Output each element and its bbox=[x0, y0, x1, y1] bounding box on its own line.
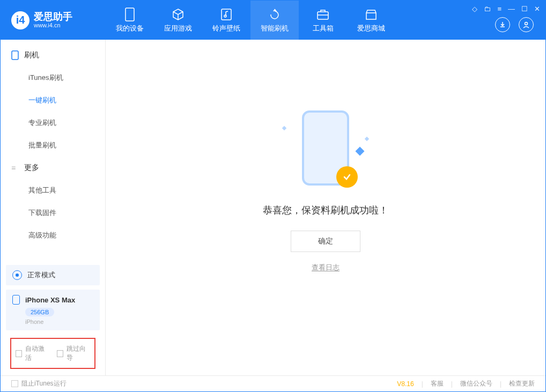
app-logo-icon: i4 bbox=[11, 11, 29, 29]
download-button[interactable] bbox=[495, 17, 510, 32]
footer-bar: 阻止iTunes运行 V8.16 | 客服 | 微信公众号 | 检查更新 bbox=[1, 375, 545, 391]
tab-toolbox[interactable]: 工具箱 bbox=[299, 1, 347, 40]
close-icon[interactable]: ✕ bbox=[534, 5, 540, 13]
toolbox-icon bbox=[316, 8, 330, 21]
title-bar-icons: ◇ 🗀 ≡ — ☐ ✕ bbox=[472, 5, 540, 13]
svg-point-6 bbox=[525, 23, 528, 25]
device-storage: 256GB bbox=[25, 308, 54, 316]
sidebar-item-batch-flash[interactable]: 批量刷机 bbox=[1, 134, 105, 157]
checkbox-label: 自动激活 bbox=[25, 344, 49, 363]
device-icon bbox=[12, 295, 20, 305]
ok-button[interactable]: 确定 bbox=[291, 231, 360, 252]
footer-link-service[interactable]: 客服 bbox=[431, 379, 444, 388]
checkbox-icon bbox=[11, 380, 18, 387]
sidebar-item-download-firmware[interactable]: 下载固件 bbox=[1, 202, 105, 224]
store-icon bbox=[364, 8, 378, 21]
mode-icon bbox=[12, 270, 22, 280]
sidebar-item-advanced[interactable]: 高级功能 bbox=[1, 224, 105, 247]
sidebar-section-more: ≡ 更多 bbox=[1, 157, 105, 179]
header-bar: i4 爱思助手 www.i4.cn 我的设备 应用游戏 铃声壁纸 智能刷机 工具… bbox=[1, 1, 545, 40]
svg-rect-1 bbox=[222, 9, 231, 20]
tab-label: 智能刷机 bbox=[261, 24, 289, 33]
menu-icon[interactable]: ≡ bbox=[497, 5, 501, 13]
cube-icon bbox=[171, 8, 185, 21]
tab-label: 应用游戏 bbox=[164, 24, 192, 33]
tab-store[interactable]: 爱思商城 bbox=[347, 1, 395, 40]
list-icon: ≡ bbox=[11, 164, 19, 172]
app-website: www.i4.cn bbox=[34, 22, 72, 28]
checkbox-icon bbox=[57, 350, 63, 357]
section-title: 刷机 bbox=[24, 50, 39, 60]
main-content: 恭喜您，保资料刷机成功啦！ 确定 查看日志 bbox=[106, 40, 545, 375]
success-illustration bbox=[272, 110, 379, 191]
success-message: 恭喜您，保资料刷机成功啦！ bbox=[263, 204, 388, 217]
footer-link-update[interactable]: 检查更新 bbox=[509, 379, 535, 388]
user-button[interactable] bbox=[519, 17, 534, 32]
refresh-icon bbox=[268, 8, 282, 21]
svg-rect-4 bbox=[318, 12, 328, 19]
svg-rect-0 bbox=[126, 8, 134, 21]
checkbox-highlight-box: 自动激活 跳过向导 bbox=[10, 338, 95, 369]
tab-apps-games[interactable]: 应用游戏 bbox=[154, 1, 202, 40]
logo-area: i4 爱思助手 www.i4.cn bbox=[1, 11, 106, 29]
checkbox-label: 跳过向导 bbox=[67, 344, 90, 363]
tab-smart-flash[interactable]: 智能刷机 bbox=[250, 1, 299, 40]
header-right-buttons bbox=[495, 17, 534, 32]
sidebar-item-oneclick-flash[interactable]: 一键刷机 bbox=[1, 89, 105, 112]
sidebar-item-pro-flash[interactable]: 专业刷机 bbox=[1, 112, 105, 134]
tab-label: 工具箱 bbox=[313, 24, 334, 33]
tshirt-icon[interactable]: ◇ bbox=[472, 5, 477, 13]
device-name: iPhone XS Max bbox=[25, 296, 75, 304]
mode-label: 正常模式 bbox=[27, 270, 55, 280]
mode-card[interactable]: 正常模式 bbox=[6, 265, 100, 285]
tab-label: 铃声壁纸 bbox=[212, 24, 240, 33]
tab-label: 爱思商城 bbox=[357, 24, 385, 33]
sidebar-item-other-tools[interactable]: 其他工具 bbox=[1, 179, 105, 202]
version-text: V8.16 bbox=[397, 380, 414, 388]
lock-icon[interactable]: 🗀 bbox=[484, 5, 491, 13]
tab-ringtones-wallpaper[interactable]: 铃声壁纸 bbox=[202, 1, 250, 40]
device-icon bbox=[123, 8, 137, 21]
view-log-link[interactable]: 查看日志 bbox=[312, 263, 340, 272]
footer-link-wechat[interactable]: 微信公众号 bbox=[460, 379, 492, 388]
checkbox-label: 阻止iTunes运行 bbox=[21, 379, 67, 388]
tab-my-device[interactable]: 我的设备 bbox=[106, 1, 154, 40]
device-card[interactable]: iPhone XS Max 256GB iPhone bbox=[6, 290, 100, 330]
device-type: iPhone bbox=[25, 319, 93, 325]
checkbox-auto-activate[interactable]: 自动激活 bbox=[16, 344, 49, 363]
checkbox-skip-wizard[interactable]: 跳过向导 bbox=[57, 344, 91, 363]
tab-label: 我的设备 bbox=[116, 24, 144, 33]
checkbox-block-itunes[interactable]: 阻止iTunes运行 bbox=[11, 379, 67, 388]
nav-tabs: 我的设备 应用游戏 铃声壁纸 智能刷机 工具箱 爱思商城 bbox=[106, 1, 395, 40]
section-title: 更多 bbox=[24, 163, 39, 173]
checkbox-icon bbox=[16, 350, 22, 357]
minimize-icon[interactable]: — bbox=[508, 5, 515, 13]
check-badge-icon bbox=[336, 166, 358, 188]
music-icon bbox=[219, 8, 233, 21]
svg-point-2 bbox=[224, 15, 226, 17]
sidebar: 刷机 iTunes刷机 一键刷机 专业刷机 批量刷机 ≡ 更多 其他工具 下载固… bbox=[1, 40, 106, 375]
svg-rect-7 bbox=[12, 51, 18, 60]
phone-icon bbox=[11, 50, 19, 60]
maximize-icon[interactable]: ☐ bbox=[521, 5, 528, 13]
app-title: 爱思助手 bbox=[34, 12, 72, 23]
sidebar-section-flash: 刷机 bbox=[1, 44, 105, 66]
sidebar-item-itunes-flash[interactable]: iTunes刷机 bbox=[1, 66, 105, 89]
